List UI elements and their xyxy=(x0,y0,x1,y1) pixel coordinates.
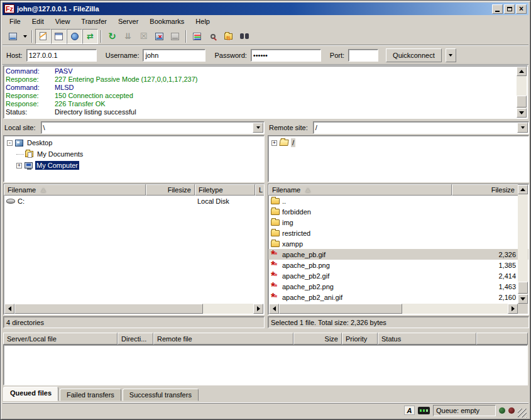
tree-item-label: My Documents xyxy=(36,150,84,158)
scrollbar-thumb[interactable] xyxy=(279,304,402,314)
column-header-direction[interactable]: Directi... xyxy=(118,333,153,345)
menu-view[interactable]: View xyxy=(50,16,76,26)
folder-row[interactable]: restricted xyxy=(268,228,528,238)
scroll-right-button[interactable] xyxy=(253,304,263,314)
menu-file[interactable]: File xyxy=(4,16,26,26)
toggle-local-tree-button[interactable] xyxy=(51,29,67,44)
local-site-combo[interactable]: \ xyxy=(41,121,265,134)
host-input[interactable] xyxy=(26,49,97,62)
process-queue-button[interactable]: ⇊ xyxy=(120,29,136,44)
scroll-down-button[interactable] xyxy=(518,294,528,304)
password-input[interactable] xyxy=(251,49,321,62)
expand-toggle[interactable]: + xyxy=(16,163,22,169)
column-header-server-local-file[interactable]: Server/Local file xyxy=(3,333,118,345)
title-bar[interactable]: Fz john@127.0.0.1 - FileZilla × xyxy=(3,3,528,15)
synchronized-browsing-button[interactable]: ⇅ xyxy=(221,29,236,44)
remote-site-combo[interactable]: / xyxy=(313,121,529,134)
username-input[interactable] xyxy=(143,49,205,62)
file-row[interactable]: apache_pb2.png 1,463 xyxy=(268,281,528,292)
file-row[interactable]: apache_pb2_ani.gif 2,160 xyxy=(268,292,528,302)
local-site-dropdown-button[interactable] xyxy=(253,123,263,133)
menu-edit[interactable]: Edit xyxy=(26,16,50,26)
file-row[interactable]: apache_pb.png 1,385 xyxy=(268,260,528,270)
scroll-up-button[interactable] xyxy=(518,185,528,194)
scrollbar-thumb[interactable] xyxy=(517,96,527,108)
cancel-operation-button[interactable]: ☒ xyxy=(136,29,151,44)
scrollbar-thumb[interactable] xyxy=(14,304,203,314)
queue-status-panel: Queue: empty xyxy=(433,405,496,416)
file-search-button[interactable] xyxy=(205,29,221,44)
column-label: L xyxy=(259,186,263,194)
column-header-status[interactable]: Status xyxy=(378,333,476,345)
column-header-priority[interactable]: Priority xyxy=(342,333,378,345)
toggle-message-log-button[interactable] xyxy=(35,29,51,44)
menu-help[interactable]: Help xyxy=(190,16,216,26)
tab-failed-transfers[interactable]: Failed transfers xyxy=(60,389,121,401)
log-line: Response:227 Entering Passive Mode (127,… xyxy=(6,75,515,84)
tab-successful-transfers[interactable]: Successful transfers xyxy=(123,389,199,401)
speed-limits-icon[interactable] xyxy=(418,407,430,414)
column-header-filename[interactable]: Filename xyxy=(4,184,146,196)
site-manager-dropdown-button[interactable] xyxy=(21,29,29,44)
disconnect-button[interactable]: × xyxy=(151,29,167,44)
tab-queued-files[interactable]: Queued files xyxy=(3,387,58,401)
local-horizontal-scrollbar[interactable] xyxy=(4,304,263,314)
folder-row[interactable]: .. xyxy=(268,196,528,206)
port-input[interactable] xyxy=(348,49,378,62)
folder-row[interactable]: xampp xyxy=(268,238,528,249)
column-header-remote-file[interactable]: Remote file xyxy=(153,333,293,345)
column-header-filesize[interactable]: Filesize xyxy=(146,184,195,196)
password-label: Password: xyxy=(214,52,246,59)
scroll-right-button[interactable] xyxy=(508,304,518,314)
minimize-button[interactable] xyxy=(492,4,503,14)
directory-comparison-button[interactable] xyxy=(236,29,252,44)
log-vertical-scrollbar[interactable] xyxy=(517,67,527,118)
log-lines: Command:PASV Response:227 Entering Passi… xyxy=(6,67,515,117)
quickconnect-dropdown-button[interactable] xyxy=(446,48,456,62)
expand-toggle[interactable]: + xyxy=(271,140,277,146)
resize-grip[interactable] xyxy=(518,409,527,417)
data-type-ascii-icon[interactable]: A xyxy=(404,406,415,415)
maximize-button[interactable] xyxy=(504,4,515,14)
tree-item-my-computer[interactable]: + My Computer xyxy=(4,160,264,171)
scroll-up-button[interactable] xyxy=(517,67,527,76)
toggle-remote-tree-button[interactable] xyxy=(67,29,82,44)
reconnect-button[interactable] xyxy=(167,29,183,44)
transfer-queue-list[interactable] xyxy=(3,345,528,385)
remote-site-dropdown-button[interactable] xyxy=(517,123,528,133)
arrow-right-icon xyxy=(257,306,260,311)
column-header-filesize[interactable]: Filesize xyxy=(452,184,518,196)
folder-row[interactable]: forbidden xyxy=(268,206,528,217)
quickconnect-button[interactable]: Quickconnect xyxy=(386,48,442,62)
directory-listing-filters-button[interactable] xyxy=(189,29,205,44)
menu-transfer[interactable]: Transfer xyxy=(75,16,112,26)
menu-bookmarks[interactable]: Bookmarks xyxy=(144,16,190,26)
column-header-filename[interactable]: Filename xyxy=(268,184,452,196)
refresh-button[interactable]: ↻ xyxy=(104,29,120,44)
remote-vertical-scrollbar[interactable] xyxy=(518,185,528,304)
file-row-selected[interactable]: apache_pb.gif 2,326 xyxy=(268,249,528,260)
column-header-last-modified[interactable]: L xyxy=(255,184,265,196)
scrollbar-thumb[interactable] xyxy=(518,282,528,294)
log-line-label: Response: xyxy=(6,75,55,84)
column-header-size[interactable]: Size xyxy=(293,333,342,345)
toggle-transfer-queue-button[interactable]: ⇄ xyxy=(82,29,98,44)
column-label: Size xyxy=(325,335,338,343)
toolbar-separator xyxy=(101,30,102,43)
file-row[interactable]: apache_pb2.gif 2,414 xyxy=(268,270,528,281)
folder-row[interactable]: img xyxy=(268,217,528,228)
tree-item-root[interactable]: + / xyxy=(268,137,528,148)
close-button[interactable]: × xyxy=(516,4,527,14)
file-size: 1,385 xyxy=(452,260,518,270)
remote-horizontal-scrollbar[interactable] xyxy=(269,304,518,314)
tree-item-my-documents[interactable]: My Documents xyxy=(4,148,264,160)
local-file-row[interactable]: C: Local Disk xyxy=(4,196,264,206)
scroll-left-button[interactable] xyxy=(4,304,14,314)
scroll-left-button[interactable] xyxy=(269,304,279,314)
collapse-toggle[interactable]: - xyxy=(7,140,13,146)
scroll-down-button[interactable] xyxy=(517,108,527,118)
column-header-filetype[interactable]: Filetype xyxy=(195,184,255,196)
menu-server[interactable]: Server xyxy=(112,16,144,26)
tree-item-desktop[interactable]: - Desktop xyxy=(4,137,264,148)
site-manager-button[interactable] xyxy=(5,29,21,44)
